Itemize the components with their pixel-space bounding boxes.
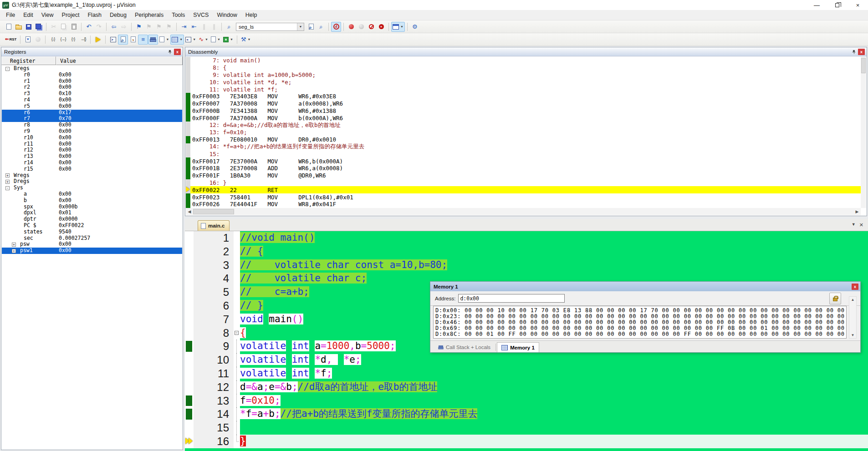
register-row-dpxl[interactable]: dpxl0x01 — [2, 210, 182, 216]
code-line-12[interactable]: 12d=&a;e=&b;//d取a的首地址，e取b的首地址 — [185, 380, 868, 394]
menu-flash[interactable]: Flash — [83, 10, 106, 20]
register-row-r14[interactable]: r140x00 — [2, 160, 182, 166]
chevron-down-icon[interactable]: ▼ — [400, 25, 403, 28]
uncomment-selection-icon[interactable]: ∥ — [209, 22, 219, 32]
close-memory-window-icon[interactable]: x — [852, 284, 858, 290]
register-row-dptr[interactable]: dptr0x0000 — [2, 216, 182, 223]
pin-icon[interactable] — [850, 49, 857, 55]
disassembly-asm-line[interactable]: 0xFF001F 1B0A30 MOV @DR0,WR6 — [186, 172, 861, 179]
scroll-up-icon[interactable]: ▲ — [851, 298, 855, 302]
expand-icon[interactable]: + — [5, 173, 10, 177]
disassembly-asm-line[interactable]: 0xFF0007 7A370008 MOV a(0x0008),WR6 — [186, 100, 861, 107]
register-row-r9[interactable]: r90x00 — [2, 128, 182, 135]
chevron-down-icon[interactable]: ▼ — [230, 38, 233, 41]
new-file-icon[interactable] — [4, 22, 14, 32]
cut-icon[interactable]: ✂ — [49, 22, 59, 32]
register-row-b[interactable]: b0x00 — [2, 198, 182, 204]
register-row-states[interactable]: states9540 — [2, 229, 182, 235]
register-row-r12[interactable]: r120x00 — [2, 147, 182, 153]
register-row-r10[interactable]: r100x00 — [2, 135, 182, 141]
bookmark-prev-icon[interactable]: ⚑ — [144, 22, 154, 32]
step-out-icon[interactable]: {↑} — [68, 35, 78, 45]
find-icon[interactable]: ⌕ — [316, 22, 326, 32]
copy-icon[interactable] — [59, 22, 69, 32]
scroll-left-icon[interactable]: ◀ — [186, 209, 193, 214]
menu-view[interactable]: View — [37, 10, 58, 20]
register-row-r8[interactable]: r80x00 — [2, 122, 182, 128]
run-to-main-icon[interactable] — [23, 35, 33, 45]
disassembly-asm-line[interactable]: 0xFF0017 7E37000A MOV WR6,b(0x000A) — [186, 157, 861, 165]
go-run-icon[interactable] — [93, 35, 103, 45]
register-row-dregs[interactable]: +Dregs — [2, 178, 182, 185]
memory-window-titlebar[interactable]: Memory 1 x — [430, 282, 860, 291]
register-row-r15[interactable]: r150x00 — [2, 166, 182, 172]
close-panel-icon[interactable]: x — [174, 49, 181, 55]
close-tab-icon[interactable]: ✕ — [859, 222, 863, 228]
code-line-14[interactable]: 14*f=a+b;//把a+b的结果送到f变量所指的存储单元里去 — [185, 407, 868, 421]
menu-project[interactable]: Project — [58, 10, 84, 20]
collapse-icon[interactable]: - — [5, 67, 10, 71]
indent-left-icon[interactable]: ⇤ — [189, 22, 199, 32]
chevron-down-icon[interactable]: ▼ — [297, 23, 304, 30]
disassembly-asm-line[interactable]: 0xFF0013 7E080010 MOV DR0,#0x0010 — [186, 136, 861, 143]
menu-file[interactable]: File — [2, 10, 19, 20]
address-input[interactable] — [458, 294, 565, 303]
expand-icon[interactable]: + — [12, 243, 16, 247]
chevron-down-icon[interactable]: ▼ — [248, 38, 251, 41]
register-row-r1[interactable]: r10x00 — [2, 78, 182, 85]
redo-icon[interactable]: ↷ — [94, 22, 104, 32]
disable-all-breakpoints-icon[interactable] — [366, 22, 376, 32]
scrollbar-thumb[interactable] — [193, 209, 234, 214]
disassembly-asm-line[interactable]: 0xFF001B 2E370008 ADD WR6,a(0x0008) — [186, 165, 861, 172]
fold-collapse-icon[interactable]: − — [235, 331, 239, 335]
fold-margin[interactable]: − — [234, 326, 240, 340]
bookmark-toggle-icon[interactable]: ⚑ — [134, 22, 144, 32]
scroll-down-icon[interactable]: ▼ — [851, 333, 855, 337]
chevron-down-icon[interactable]: ▼ — [217, 38, 220, 41]
disassembly-horizontal-scrollbar[interactable]: ◀ ▶ — [186, 208, 861, 215]
navigate-back-icon[interactable]: ⇦ — [109, 22, 119, 32]
memory-row[interactable]: D:0x69: 00 00 00 00 00 00 00 00 00 00 00… — [435, 325, 846, 331]
register-row-r13[interactable]: r130x00 — [2, 153, 182, 160]
find-in-files-icon[interactable]: ⌕ — [224, 22, 234, 32]
disassembly-source-line[interactable]: 9: volatile int a=1000,b=5000; — [186, 71, 861, 79]
register-row-r7[interactable]: r70x70 — [2, 116, 182, 122]
register-row-sec[interactable]: sec0.00027257 — [2, 235, 182, 242]
comment-selection-icon[interactable]: ∥ — [199, 22, 209, 32]
chevron-down-icon[interactable]: ▼ — [205, 38, 208, 41]
memory-row[interactable]: D:0x8C: 00 00 01 00 FF 00 00 00 00 00 00… — [435, 331, 846, 337]
collapse-icon[interactable]: - — [5, 186, 10, 190]
disassembly-window-icon[interactable] — [118, 35, 128, 45]
close-panel-icon[interactable]: x — [858, 49, 865, 55]
code-line-13[interactable]: 13f=0x10; — [185, 394, 868, 408]
symbol-window-icon[interactable]: s — [128, 35, 138, 45]
disassembly-asm-line[interactable]: 0xFF0022 22 RET — [186, 186, 861, 193]
stop-icon[interactable] — [33, 35, 43, 45]
configure-wrench-icon[interactable]: ⚙ — [410, 22, 420, 32]
disassembly-asm-line[interactable]: 0xFF0026 7E44041F MOV WR8,#0x041F — [186, 201, 861, 208]
menu-svcs[interactable]: SVCS — [189, 10, 213, 20]
disassembly-source-line[interactable]: 8: { — [186, 64, 861, 71]
run-to-cursor-icon[interactable]: →{} — [78, 35, 88, 45]
code-line-3[interactable]: 3// volatile char const a=10,b=80; — [185, 258, 868, 272]
register-row-sys[interactable]: -Sys — [2, 185, 182, 191]
disassembly-source-line[interactable]: 12: d=&a;e=&b;//d取a的首地址，e取b的首地址 — [186, 122, 861, 129]
register-row-r2[interactable]: r20x00 — [2, 84, 182, 91]
tab-main-c[interactable]: main.c — [198, 220, 230, 231]
register-row-wregs[interactable]: +Wregs — [2, 172, 182, 179]
memory-window-icon[interactable]: ▼ — [170, 35, 184, 45]
disassembly-source-line[interactable]: 10: volatile int *d, *e; — [186, 78, 861, 86]
step-into-icon[interactable]: {↓} — [48, 35, 58, 45]
register-row-bregs[interactable]: -Bregs — [2, 66, 182, 72]
window-layout-icon[interactable]: ▼ — [391, 22, 405, 32]
menu-debug[interactable]: Debug — [106, 10, 131, 20]
disassembly-asm-line[interactable]: 0xFF0023 758401 MOV DPL1(0x84),#0x01 — [186, 193, 861, 201]
disassembly-source-line[interactable]: 7: void main() — [186, 57, 861, 64]
save-icon[interactable] — [24, 22, 34, 32]
navigate-forward-icon[interactable]: ⇨ — [119, 22, 129, 32]
register-row-r0[interactable]: r00x00 — [2, 72, 182, 78]
bookmark-next-icon[interactable]: ⚑ — [154, 22, 164, 32]
register-row-r4[interactable]: r40x00 — [2, 97, 182, 103]
pin-icon[interactable] — [166, 49, 173, 55]
step-over-icon[interactable]: {→} — [58, 35, 68, 45]
